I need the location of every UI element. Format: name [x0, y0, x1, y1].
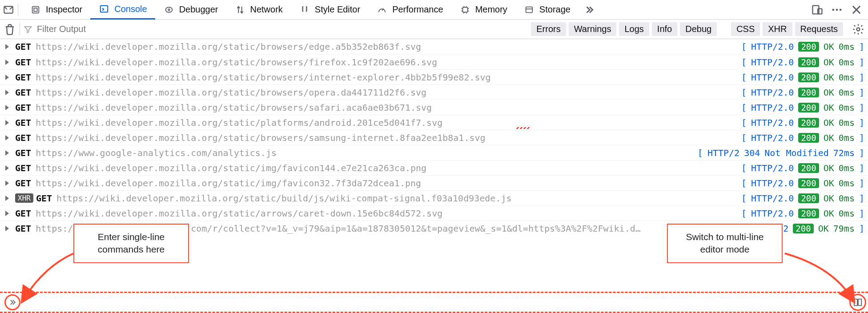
filter-chip-debug[interactable]: Debug [680, 22, 717, 36]
protocol: HTTP/2.0 [751, 163, 794, 173]
protocol: HTTP/2.0 [751, 72, 794, 83]
duration: 0ms [839, 208, 855, 219]
callout-single-line: Enter single-line commands here [73, 224, 189, 263]
http-method: GET [15, 148, 31, 158]
expand-twisty-icon[interactable] [5, 135, 9, 140]
expand-twisty-icon[interactable] [5, 196, 9, 201]
svg-rect-6 [462, 7, 467, 12]
log-row[interactable]: GEThttps://wiki.developer.mozilla.org/st… [0, 54, 868, 69]
request-url[interactable]: https://wiki.developer.mozilla.org/stati… [36, 41, 421, 52]
trash-icon[interactable] [4, 23, 16, 36]
svg-rect-2 [34, 8, 37, 11]
request-url[interactable]: https://wiki.developer.mozilla.org/stati… [36, 132, 485, 143]
request-url[interactable]: https://wiki.developer.mozilla.org/stati… [56, 193, 512, 204]
filter-chip-errors[interactable]: Errors [531, 22, 566, 36]
responsive-design-icon[interactable] [811, 4, 824, 16]
log-row[interactable]: GEThttps://wiki.developer.mozilla.org/st… [0, 84, 868, 100]
status-text: OK [824, 72, 834, 83]
request-url[interactable]: https://wiki.developer.mozilla.org/stati… [36, 178, 421, 189]
iframe-picker-icon[interactable] [3, 4, 14, 16]
storage-icon [523, 4, 535, 16]
request-url[interactable]: https://wiki.developer.mozilla.org/stati… [36, 117, 442, 128]
kebab-menu-icon[interactable] [831, 4, 843, 16]
style-editor-icon [299, 4, 310, 16]
funnel-icon [24, 25, 32, 34]
filter-chip-warnings[interactable]: Warnings [569, 22, 617, 36]
expand-twisty-icon[interactable] [5, 120, 9, 125]
svg-point-13 [857, 28, 860, 31]
tool-tab-inspector[interactable]: Inspector [22, 0, 90, 20]
status-code: 200 [798, 57, 819, 67]
duration: 0ms [839, 41, 855, 52]
performance-icon [376, 4, 388, 16]
log-row[interactable]: GEThttps://wiki.developer.mozilla.org/st… [0, 115, 868, 130]
devtools-toolbar: InspectorConsoleDebuggerNetworkStyle Edi… [0, 0, 868, 20]
http-method: GET [15, 57, 31, 68]
filter-chip-logs[interactable]: Logs [619, 22, 649, 36]
tool-tab-storage[interactable]: Storage [515, 0, 579, 20]
duration: 0ms [839, 193, 855, 204]
protocol: HTTP/2.0 [751, 102, 794, 113]
prompt-icon[interactable] [4, 294, 20, 310]
duration: 0ms [839, 163, 855, 173]
log-row[interactable]: GEThttps://wiki.developer.mozilla.org/st… [0, 205, 868, 221]
multiline-toggle-icon[interactable] [849, 294, 866, 311]
request-url[interactable]: https://wiki.developer.mozilla.org/stati… [36, 72, 491, 83]
protocol: HTTP/2.0 [751, 87, 794, 98]
duration: 0ms [839, 117, 855, 128]
expand-twisty-icon[interactable] [5, 181, 9, 186]
filter-chip-xhr[interactable]: XHR [763, 22, 792, 36]
log-row[interactable]: GEThttps://wiki.developer.mozilla.org/st… [0, 160, 868, 175]
filter-chip-info[interactable]: Info [652, 22, 677, 36]
request-url[interactable]: https://wiki.developer.mozilla.org/stati… [36, 87, 426, 98]
js-input-line[interactable] [0, 292, 868, 313]
expand-twisty-icon[interactable] [5, 211, 9, 216]
duration: 79ms [833, 223, 855, 234]
request-url[interactable]: https://wiki.developer.mozilla.org/stati… [36, 57, 437, 68]
expand-twisty-icon[interactable] [5, 44, 9, 49]
http-method: GET [15, 163, 31, 173]
tool-tab-console[interactable]: Console [90, 0, 155, 20]
expand-twisty-icon[interactable] [5, 150, 9, 156]
tool-tab-debugger[interactable]: Debugger [155, 0, 226, 20]
expand-twisty-icon[interactable] [5, 105, 9, 110]
log-row[interactable]: GEThttps://wiki.developer.mozilla.org/st… [0, 39, 868, 54]
status-text: OK [824, 41, 834, 52]
filter-chip-requests[interactable]: Requests [795, 22, 844, 36]
tool-tab-network[interactable]: Network [226, 0, 291, 20]
filter-input[interactable]: Filter Output [24, 22, 527, 36]
tool-tab-performance[interactable]: Performance [368, 0, 451, 20]
close-icon[interactable] [850, 4, 863, 16]
tool-tab-label: Debugger [179, 4, 218, 15]
tool-tab-label: Network [250, 4, 283, 15]
status-text: OK [824, 178, 834, 189]
expand-twisty-icon[interactable] [5, 226, 9, 231]
overflow-icon[interactable] [583, 4, 595, 16]
filter-chip-css[interactable]: CSS [731, 22, 760, 36]
tool-tab-style-editor[interactable]: Style Editor [291, 0, 368, 20]
tool-tab-memory[interactable]: Memory [451, 0, 515, 20]
request-url[interactable]: https://wiki.developer.mozilla.org/stati… [36, 208, 442, 219]
log-row[interactable]: GEThttps://wiki.developer.mozilla.org/st… [0, 100, 868, 115]
gear-icon[interactable] [852, 23, 864, 36]
console-output: GEThttps://wiki.developer.mozilla.org/st… [0, 39, 868, 236]
svg-rect-15 [858, 299, 861, 306]
net-category-chips: CSSXHRRequests [731, 22, 843, 36]
log-row[interactable]: GEThttps://wiki.developer.mozilla.org/st… [0, 69, 868, 84]
svg-point-12 [840, 8, 842, 11]
log-row[interactable]: XHRGEThttps://wiki.developer.mozilla.org… [0, 190, 868, 205]
expand-twisty-icon[interactable] [5, 75, 9, 80]
request-url[interactable]: https://wiki.developer.mozilla.org/stati… [36, 102, 432, 113]
log-row[interactable]: GEThttps://wiki.developer.mozilla.org/st… [0, 130, 868, 145]
expand-twisty-icon[interactable] [5, 165, 9, 171]
request-url[interactable]: https://wiki.developer.mozilla.org/stati… [36, 163, 426, 173]
log-row[interactable]: GEThttps://www.google-analytics.com/anal… [0, 145, 868, 160]
expand-twisty-icon[interactable] [5, 90, 9, 95]
http-method: GET [15, 132, 31, 143]
status-text: OK [824, 87, 834, 98]
status-code: 200 [798, 133, 819, 143]
expand-twisty-icon[interactable] [5, 60, 9, 65]
log-row[interactable]: GEThttps://wiki.developer.mozilla.org/st… [0, 175, 868, 190]
svg-rect-7 [526, 7, 533, 12]
request-url[interactable]: https://www.google-analytics.com/analyti… [36, 148, 277, 158]
